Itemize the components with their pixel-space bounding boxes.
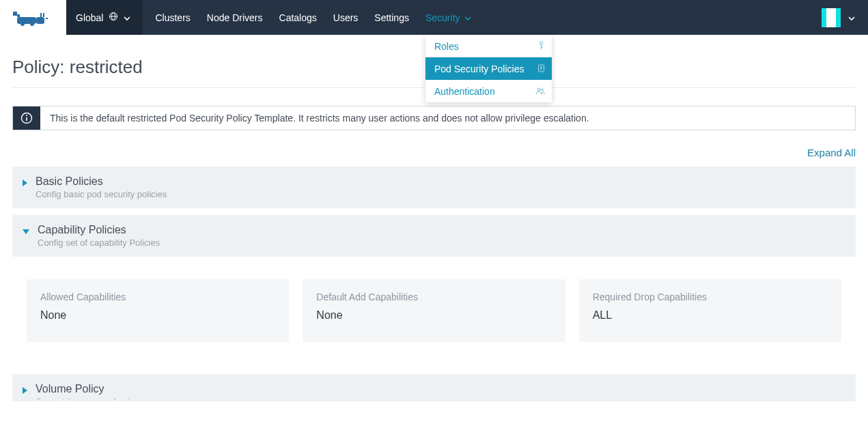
globe-icon <box>109 12 118 23</box>
avatar <box>822 8 841 27</box>
section-title: Basic Policies <box>36 175 167 188</box>
caret-right-icon <box>23 387 27 394</box>
card-label: Allowed Capabilities <box>40 291 275 302</box>
logo[interactable] <box>0 0 66 35</box>
svg-rect-0 <box>13 12 17 16</box>
expand-all-link[interactable]: Expand All <box>12 147 856 158</box>
section-title: Volume Policy <box>36 383 170 395</box>
nav-links: Clusters Node Drivers Catalogs Users Set… <box>155 0 471 35</box>
top-nav: Global Clusters Node Drivers Catalogs Us… <box>0 0 868 35</box>
chevron-down-icon <box>848 12 856 23</box>
menu-roles[interactable]: Roles <box>425 35 552 57</box>
capability-body: Allowed Capabilities None Default Add Ca… <box>12 257 856 365</box>
rancher-logo-icon <box>13 8 54 28</box>
svg-point-20 <box>541 89 543 91</box>
section-volume-policy[interactable]: Volume Policy Control the usage of volum… <box>12 374 856 401</box>
caret-right-icon <box>23 180 27 186</box>
nav-catalogs[interactable]: Catalogs <box>279 0 317 35</box>
card-value: None <box>316 309 551 322</box>
svg-rect-8 <box>46 18 48 19</box>
nav-clusters[interactable]: Clusters <box>155 0 190 35</box>
card-allowed-capabilities: Allowed Capabilities None <box>27 279 289 342</box>
scope-picker[interactable]: Global <box>66 0 143 35</box>
svg-rect-3 <box>36 17 44 24</box>
user-menu[interactable] <box>822 8 856 27</box>
card-required-drop-capabilities: Required Drop Capabilities ALL <box>579 279 841 342</box>
nav-node-drivers[interactable]: Node Drivers <box>207 0 263 35</box>
card-value: ALL <box>593 309 828 322</box>
section-capability-policies[interactable]: Capability Policies Config set of capabi… <box>12 215 856 257</box>
svg-rect-5 <box>43 13 44 17</box>
info-banner: This is the default restricted Pod Secur… <box>12 106 856 130</box>
card-default-add-capabilities: Default Add Capabilities None <box>303 279 565 342</box>
menu-pod-security-policies[interactable]: Pod Security Policies <box>425 57 552 80</box>
section-subtitle: Config basic pod security policies <box>36 189 167 199</box>
svg-point-12 <box>540 41 543 44</box>
svg-point-6 <box>20 22 25 26</box>
card-value: None <box>40 309 275 322</box>
key-icon <box>537 41 545 52</box>
page-content: Policy: restricted This is the default r… <box>0 57 868 415</box>
svg-point-23 <box>26 115 27 116</box>
svg-rect-4 <box>40 13 42 17</box>
section-subtitle: Control the usage of volume types <box>36 397 170 399</box>
section-subtitle: Config set of capability Policies <box>38 238 160 248</box>
security-dropdown: Roles Pod Security Policies Authenticati… <box>425 35 552 102</box>
menu-authentication[interactable]: Authentication <box>425 80 552 102</box>
document-icon <box>537 63 545 74</box>
nav-security[interactable]: Security <box>425 0 471 35</box>
info-text: This is the default restricted Pod Secur… <box>40 106 855 130</box>
section-basic-policies[interactable]: Basic Policies Config basic pod security… <box>12 167 856 208</box>
scope-label: Global <box>76 12 103 23</box>
chevron-down-icon <box>124 12 130 23</box>
card-label: Default Add Capabilities <box>316 291 551 302</box>
svg-point-19 <box>537 88 540 91</box>
card-label: Required Drop Capabilities <box>593 291 828 302</box>
chevron-down-icon <box>464 12 471 23</box>
nav-settings[interactable]: Settings <box>374 0 409 35</box>
svg-rect-1 <box>17 14 20 17</box>
svg-point-7 <box>30 22 34 26</box>
users-icon <box>535 86 545 97</box>
caret-down-icon <box>23 229 29 234</box>
nav-users[interactable]: Users <box>333 0 359 35</box>
section-title: Capability Policies <box>38 224 160 236</box>
info-icon <box>13 106 40 130</box>
